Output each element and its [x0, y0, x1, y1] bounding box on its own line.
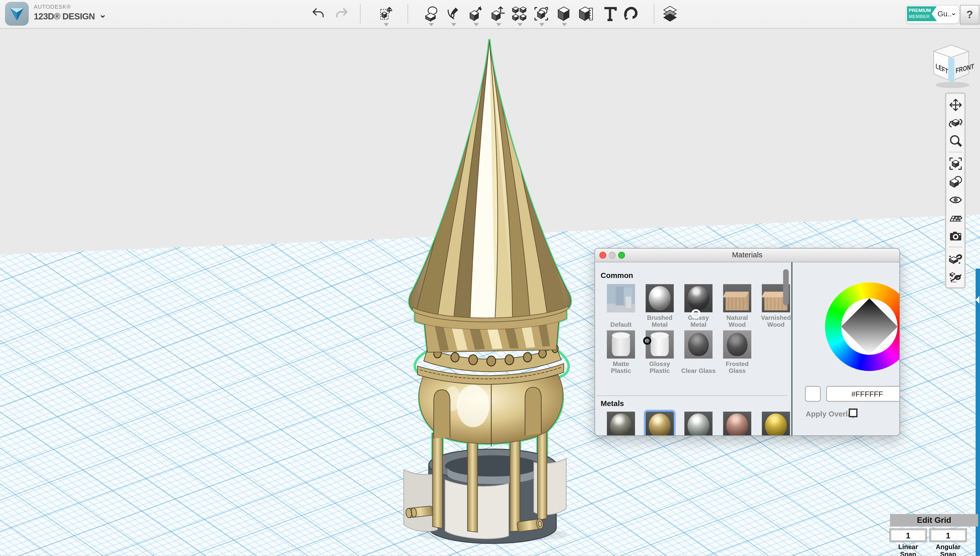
common-section-header: Common [601, 271, 633, 280]
modify-dropdown-arrow-icon[interactable] [496, 23, 501, 26]
material-label: Glossy Plastic [641, 360, 678, 374]
modify-tool-button[interactable] [489, 5, 507, 23]
transform-tool-button[interactable] [377, 5, 395, 23]
snap-off-button[interactable] [947, 268, 964, 284]
transform-dropdown-arrow-icon[interactable] [384, 23, 389, 26]
construct-tool-button[interactable] [467, 5, 484, 23]
apply-overlay-checkbox[interactable] [849, 409, 857, 417]
minimize-button[interactable] [609, 252, 616, 259]
material-metal-chrome[interactable] [684, 412, 713, 436]
zoom-button[interactable] [947, 133, 964, 149]
toolbar-separator [654, 4, 654, 24]
material-glossy-plastic[interactable] [646, 331, 674, 359]
material-label: Natural Wood [719, 314, 755, 328]
help-button[interactable]: ? [960, 5, 980, 24]
snap-on-button[interactable] [947, 250, 964, 267]
material-default[interactable] [607, 284, 635, 312]
screenshot-button[interactable] [947, 228, 964, 244]
primitives-dropdown-arrow-icon[interactable] [429, 23, 434, 26]
material-label: Frosted Glass [719, 360, 755, 374]
bulb[interactable] [418, 314, 564, 446]
cone-spire[interactable] [409, 40, 571, 335]
account-user-label[interactable]: Gu.. [937, 10, 952, 18]
angular-snap-input[interactable] [930, 529, 966, 541]
material-label: Brushed Metal [641, 314, 678, 328]
close-button[interactable] [599, 252, 606, 259]
material-label: Varnished Wood [758, 314, 794, 328]
redo-button[interactable] [333, 5, 351, 23]
brand-block: AUTODESK® 123D® DESIGN [34, 4, 95, 21]
grid-visibility-button[interactable] [947, 210, 964, 226]
sketch-tool-button[interactable] [444, 5, 462, 23]
metals-section-header: Metals [601, 399, 624, 408]
material-metal-steel[interactable] [607, 412, 635, 436]
material-clear-glass[interactable] [684, 331, 713, 359]
angular-snap-label: Angular Snap [930, 543, 967, 556]
main-menu-chevron-icon[interactable]: ⌄ [99, 9, 107, 20]
grouping-dropdown-arrow-icon[interactable] [539, 23, 544, 26]
section-divider [596, 395, 787, 396]
material-metal-gold[interactable] [762, 412, 790, 436]
undo-button[interactable] [309, 5, 327, 23]
materials-list-panel: Common Default Brushed Metal Glossy Meta… [595, 262, 791, 435]
pattern-tool-button[interactable] [511, 5, 528, 23]
hex-color-input[interactable] [826, 386, 900, 401]
visibility-button[interactable] [947, 192, 964, 208]
text-tool-button[interactable] [601, 5, 619, 23]
material-label: Matte Plastic [603, 360, 639, 374]
construct-dropdown-arrow-icon[interactable] [474, 23, 479, 26]
orbit-button[interactable] [947, 115, 964, 131]
material-metal-copper[interactable] [723, 412, 751, 436]
value-selector-ring[interactable] [643, 337, 651, 345]
toolbar-separator [948, 247, 962, 247]
app-window: AUTODESK® 123D® DESIGN ⌄ [0, 0, 980, 556]
linear-snap-label: Linear Snap [889, 543, 927, 556]
material-metal-brass-selected[interactable] [646, 412, 674, 436]
snap-tool-button[interactable] [622, 5, 640, 23]
material-glossy-metal[interactable] [684, 284, 713, 312]
materials-dialog: Materials Common Default Brushed Metal G… [594, 248, 900, 436]
edit-grid-button[interactable]: Edit Grid [890, 514, 978, 527]
hue-selector-ring[interactable] [692, 309, 701, 318]
view-toolbar [945, 92, 966, 288]
app-logo[interactable] [5, 2, 29, 26]
color-picker-panel: Apply Overlay [792, 262, 899, 435]
sketch-dropdown-arrow-icon[interactable] [451, 23, 456, 26]
combine-tool-button[interactable] [555, 5, 573, 23]
linear-snap-input[interactable] [890, 529, 926, 541]
pattern-dropdown-arrow-icon[interactable] [518, 23, 523, 26]
toolbar-separator [360, 4, 361, 24]
materials-dialog-title: Materials [732, 251, 762, 259]
material-brushed-metal[interactable] [646, 284, 674, 312]
view-cube[interactable]: LEFT FRONT [927, 37, 976, 89]
toolbar-separator [948, 152, 962, 152]
fit-button[interactable] [947, 155, 964, 171]
grouping-tool-button[interactable] [533, 5, 550, 23]
materials-scrollbar[interactable] [783, 269, 789, 305]
materials-dialog-titlebar[interactable]: Materials [595, 249, 899, 262]
primitives-tool-button[interactable] [422, 5, 439, 23]
pan-button[interactable] [947, 96, 964, 113]
current-color-swatch [805, 386, 821, 401]
material-label: Default [611, 321, 632, 328]
shaded-view-button[interactable] [947, 173, 964, 190]
measure-tool-button[interactable] [578, 5, 595, 23]
brand-product: 123D® DESIGN [34, 12, 95, 21]
toolbar-separator [408, 4, 408, 24]
material-natural-wood[interactable] [723, 284, 751, 312]
material-frosted-glass[interactable] [723, 331, 751, 359]
account-chevron-icon[interactable]: ⌄ [951, 9, 957, 17]
viewcube-hover-edge[interactable] [948, 57, 954, 82]
material-label: Clear Glass [681, 367, 716, 374]
material-matte-plastic[interactable] [607, 331, 635, 359]
material-tool-button[interactable] [661, 5, 679, 23]
brand-autodesk: AUTODESK® [34, 4, 95, 10]
zoom-window-button[interactable] [618, 252, 625, 259]
combine-dropdown-arrow-icon[interactable] [562, 23, 567, 26]
